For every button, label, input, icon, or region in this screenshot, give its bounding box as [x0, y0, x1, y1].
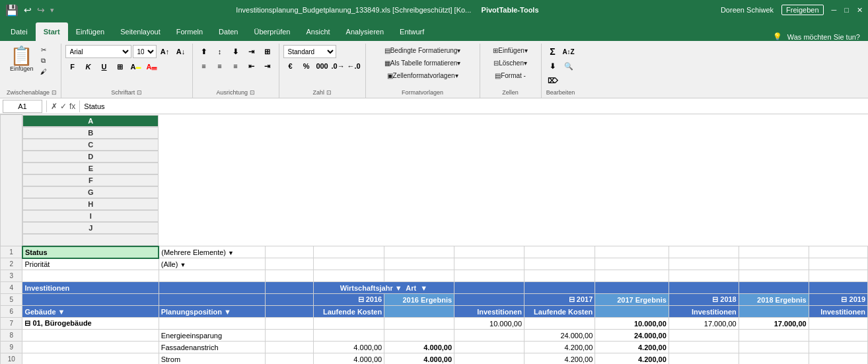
cell-J7[interactable]: 17.000,00: [739, 318, 809, 330]
col-header-D[interactable]: D: [22, 151, 159, 163]
cell-extra-1[interactable]: [809, 246, 867, 258]
confirm-formula-icon[interactable]: ✓: [60, 102, 67, 111]
formula-input[interactable]: [84, 100, 865, 113]
cell-C7[interactable]: [266, 318, 313, 330]
cell-G6[interactable]: Laufende Kosten: [524, 306, 595, 318]
cell-I10[interactable]: [669, 353, 739, 365]
cell-A2[interactable]: Priorität: [22, 258, 159, 270]
underline-button[interactable]: U: [97, 60, 112, 73]
tab-datei[interactable]: Datei: [3, 22, 36, 41]
italic-button[interactable]: K: [81, 60, 96, 73]
cell-I4[interactable]: [669, 282, 739, 294]
save-icon[interactable]: 💾: [5, 4, 18, 17]
cell-G1[interactable]: [524, 246, 595, 258]
font-expand-icon[interactable]: ⊡: [137, 89, 142, 96]
delete-cells-btn[interactable]: ⊟ Löschen ▾: [484, 57, 537, 69]
cell-I7[interactable]: 17.000,00: [669, 318, 739, 330]
share-button[interactable]: Freigeben: [781, 5, 824, 15]
cell-B3[interactable]: [159, 270, 266, 282]
cell-J6[interactable]: [739, 306, 809, 318]
cell-H10[interactable]: 4.200,00: [595, 353, 669, 365]
cell-E1[interactable]: [384, 246, 454, 258]
cell-E8[interactable]: [384, 330, 454, 342]
tab-seitenlayout[interactable]: Seitenlayout: [112, 22, 168, 41]
col-header-extra[interactable]: [22, 234, 159, 246]
cell-I2[interactable]: [669, 258, 739, 270]
tab-entwurf[interactable]: Entwurf: [392, 22, 432, 41]
cell-D8[interactable]: [313, 330, 384, 342]
cell-J1[interactable]: [739, 246, 809, 258]
cell-D10[interactable]: 4.000,00: [313, 353, 384, 365]
cell-F5[interactable]: [454, 294, 524, 306]
font-name-select[interactable]: Arial: [65, 45, 131, 58]
cell-D4[interactable]: Wirtschaftsjahr ▼ Art ▼: [313, 282, 454, 294]
number-expand-icon[interactable]: ⊡: [326, 89, 332, 96]
cell-D1[interactable]: [313, 246, 384, 258]
cell-B7[interactable]: [159, 318, 266, 330]
cell-J3[interactable]: [739, 270, 809, 282]
cell-extra-7[interactable]: [809, 318, 867, 330]
cell-B6[interactable]: Planungsposition ▼: [159, 306, 266, 318]
cell-F2[interactable]: [454, 258, 524, 270]
cell-F6[interactable]: Investitionen: [454, 306, 524, 318]
align-middle-btn[interactable]: ↕: [213, 45, 227, 58]
cell-C8[interactable]: [266, 330, 313, 342]
cell-F8[interactable]: [454, 330, 524, 342]
cell-E10[interactable]: 4.000,00: [384, 353, 454, 365]
indent-decrease-btn[interactable]: ⇤: [244, 59, 259, 73]
cell-extra-8[interactable]: [809, 330, 867, 342]
cell-J10[interactable]: [739, 353, 809, 365]
cell-B10[interactable]: Strom: [159, 353, 266, 365]
cell-E6[interactable]: [384, 306, 454, 318]
cell-C5[interactable]: [266, 294, 313, 306]
cell-B2[interactable]: (Alle) ▼: [159, 258, 266, 270]
cell-B9[interactable]: Fassadenanstrich: [159, 342, 266, 353]
format-table-btn[interactable]: ▦ Als Tabelle formatieren ▾: [370, 57, 476, 69]
cell-F10[interactable]: [454, 353, 524, 365]
col-header-B[interactable]: B: [22, 127, 159, 139]
cell-H6[interactable]: [595, 306, 669, 318]
cell-extra-3[interactable]: [809, 270, 867, 282]
cell-B1[interactable]: (Mehrere Elemente) ▼: [159, 246, 266, 258]
cell-G4[interactable]: [524, 282, 595, 294]
cell-C4[interactable]: [266, 282, 313, 294]
cell-B5[interactable]: [159, 294, 266, 306]
tab-analysieren[interactable]: Analysieren: [338, 22, 392, 41]
cell-D9[interactable]: 4.000,00: [313, 342, 384, 353]
cell-F3[interactable]: [454, 270, 524, 282]
tab-formeln[interactable]: Formeln: [168, 22, 211, 41]
copy-button[interactable]: ⧉: [38, 55, 50, 66]
percent-btn[interactable]: %: [299, 59, 314, 73]
cell-E5[interactable]: 2016 Ergebnis: [384, 294, 454, 306]
cell-A7[interactable]: ⊟ 01, Bürogebäude: [22, 318, 159, 330]
cell-I1[interactable]: [669, 246, 739, 258]
cell-extra-5[interactable]: ⊟ 2019: [809, 294, 867, 306]
tab-ueberpruefen[interactable]: Überprüfen: [246, 22, 298, 41]
cell-H1[interactable]: [595, 246, 669, 258]
cell-A10[interactable]: [22, 353, 159, 365]
ribbon-search-label[interactable]: Was möchten Sie tun?: [787, 33, 860, 41]
cell-H5[interactable]: 2017 Ergebnis: [595, 294, 669, 306]
cell-G8[interactable]: 24.000,00: [524, 330, 595, 342]
col-header-C[interactable]: C: [22, 139, 159, 151]
cell-D7[interactable]: [313, 318, 384, 330]
filter-icon-B1[interactable]: ▼: [228, 250, 234, 256]
bold-button[interactable]: F: [65, 60, 80, 73]
cell-B8[interactable]: Energieeinsparung: [159, 330, 266, 342]
autosum-btn[interactable]: Σ: [546, 45, 560, 58]
cancel-formula-icon[interactable]: ✗: [51, 102, 57, 111]
clipboard-expand-icon[interactable]: ⊡: [52, 89, 57, 96]
cell-J4[interactable]: [739, 282, 809, 294]
cell-A6[interactable]: Gebäude ▼: [22, 306, 159, 318]
cell-I3[interactable]: [669, 270, 739, 282]
decimal-increase-btn[interactable]: .0→: [331, 59, 345, 73]
col-header-I[interactable]: I: [22, 210, 159, 222]
decrease-font-btn[interactable]: A↓: [174, 45, 188, 58]
cell-C10[interactable]: [266, 353, 313, 365]
cell-I8[interactable]: [669, 330, 739, 342]
cell-D2[interactable]: [313, 258, 384, 270]
align-bottom-btn[interactable]: ⬇: [229, 45, 243, 58]
cell-I6[interactable]: Investitionen: [669, 306, 739, 318]
cut-button[interactable]: ✂: [38, 45, 50, 55]
merge-btn[interactable]: ⊞: [260, 45, 275, 58]
